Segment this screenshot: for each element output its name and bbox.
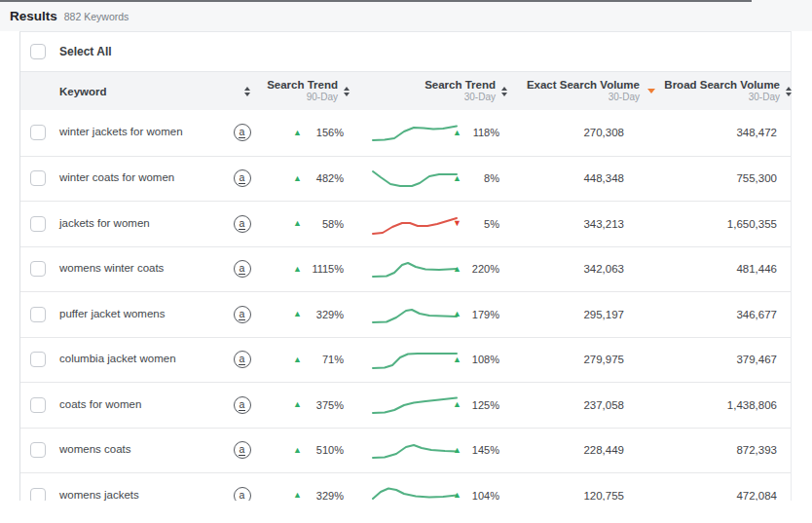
select-all-checkbox[interactable]	[30, 44, 46, 59]
exact-search-volume-value: 448,348	[507, 172, 659, 184]
amazon-a-letter: a	[239, 490, 246, 501]
exact-search-volume-value: 343,213	[507, 218, 659, 230]
sort-icon-keyword[interactable]	[244, 87, 250, 96]
row-checkbox[interactable]	[30, 397, 46, 413]
keyword-text[interactable]: winter coats for women	[59, 169, 220, 187]
broad-search-volume-value: 1,650,355	[659, 218, 792, 230]
trend-90-value: 375%	[302, 399, 350, 411]
trend-30-value: 179%	[461, 309, 507, 320]
table-row: womens jackets a ▲ 329% ▲ 104% 120,755 4…	[20, 472, 791, 501]
amazon-a-icon[interactable]: a	[234, 487, 251, 501]
sparkline-cell	[350, 482, 449, 501]
search-trend-90-label: Search Trend 90-Day	[267, 78, 338, 104]
trend-30-arrow-icon: ▲	[453, 265, 461, 274]
trend-30-value: 8%	[461, 172, 507, 184]
row-checkbox[interactable]	[30, 307, 46, 322]
row-checkbox[interactable]	[30, 125, 46, 140]
keyword-text[interactable]: jackets for women	[59, 215, 220, 233]
broad-search-volume-value: 346,677	[659, 309, 792, 320]
trend-30-value: 5%	[461, 218, 507, 230]
exact-search-volume-value: 228,449	[507, 444, 659, 456]
search-trend-sparkline	[371, 255, 459, 282]
keyword-text[interactable]: womens jackets	[59, 487, 220, 501]
row-checkbox-cell	[20, 352, 59, 367]
keyword-column-label: Keyword	[59, 86, 107, 97]
row-checkbox[interactable]	[30, 488, 46, 501]
row-checkbox-cell	[20, 397, 59, 413]
trend-90-cell: ▲ 510%	[264, 429, 350, 473]
amazon-a-icon[interactable]: a	[234, 124, 251, 141]
keyword-text[interactable]: columbia jacket women	[59, 351, 220, 368]
trend-90-value: 329%	[302, 490, 350, 501]
table-row: winter coats for women a ▲ 482% ▲ 8% 448…	[20, 156, 791, 202]
amazon-a-icon[interactable]: a	[234, 396, 251, 414]
trend-30-arrow-icon: ▲	[453, 355, 461, 364]
trend-90-arrow-icon: ▲	[293, 129, 302, 137]
header-checkbox-spacer	[20, 72, 59, 110]
sparkline-cell	[350, 436, 449, 464]
sparkline-cell	[350, 346, 449, 373]
search-trend-sparkline	[371, 210, 459, 238]
exact-search-volume-value: 295,197	[507, 309, 659, 320]
keyword-text[interactable]: womens coats	[59, 441, 220, 459]
keyword-text[interactable]: puffer jacket womens	[59, 306, 220, 323]
sparkline-cell	[350, 255, 449, 282]
trend-90-value: 510%	[302, 444, 350, 456]
trend-30-cell: ▼ 5%	[449, 202, 507, 246]
header-search-trend-90[interactable]: Search Trend 90-Day	[264, 72, 350, 110]
keyword-text[interactable]: womens winter coats	[59, 260, 220, 278]
amazon-a-letter: a	[239, 399, 246, 411]
header-keyword[interactable]: Keyword	[59, 72, 264, 110]
exact-search-volume-value: 237,058	[507, 399, 659, 411]
sort-desc-active-icon[interactable]	[647, 89, 655, 93]
trend-90-arrow-icon: ▲	[293, 265, 302, 274]
sparkline-cell	[350, 165, 449, 192]
keyword-text[interactable]: coats for women	[59, 396, 220, 414]
select-all-label: Select All	[59, 45, 112, 58]
trend-30-arrow-icon: ▲	[453, 174, 461, 183]
row-checkbox[interactable]	[30, 216, 46, 232]
trend-90-value: 71%	[302, 354, 350, 365]
sparkline-cell	[350, 119, 449, 146]
table-row: jackets for women a ▲ 58% ▼ 5% 343,213 1…	[20, 201, 791, 246]
amazon-a-letter: a	[239, 127, 246, 138]
trend-90-value: 58%	[302, 218, 350, 230]
amazon-a-icon[interactable]: a	[234, 306, 251, 323]
top-divider	[0, 0, 752, 2]
trend-90-arrow-icon: ▲	[293, 446, 302, 455]
sparkline-cell	[350, 210, 449, 238]
row-checkbox[interactable]	[30, 261, 46, 277]
broad-search-volume-value: 472,084	[659, 490, 792, 501]
header-broad-search-volume[interactable]: Broad Search Volume 30-Day	[659, 72, 792, 110]
amazon-a-icon[interactable]: a	[234, 215, 251, 233]
row-checkbox[interactable]	[30, 170, 46, 186]
amazon-a-icon[interactable]: a	[234, 441, 251, 459]
header-search-trend-30[interactable]: Search Trend 30-Day	[350, 72, 507, 110]
amazon-a-letter: a	[239, 309, 246, 320]
amazon-a-letter: a	[239, 354, 246, 365]
trend-30-arrow-icon: ▲	[453, 310, 461, 318]
broad-search-volume-value: 1,438,806	[659, 399, 792, 411]
row-checkbox-cell	[20, 170, 59, 186]
amazon-a-icon[interactable]: a	[234, 260, 251, 278]
row-checkbox[interactable]	[30, 352, 46, 367]
exact-search-volume-value: 270,308	[507, 127, 659, 138]
trend-30-value: 145%	[461, 444, 507, 456]
results-bar: Results 882 Keywords	[10, 9, 129, 23]
trend-90-value: 482%	[302, 172, 350, 184]
sort-icon-broad-volume[interactable]	[786, 87, 792, 96]
row-checkbox-cell	[20, 125, 59, 140]
keyword-text[interactable]: winter jackets for women	[59, 124, 220, 141]
amazon-a-letter: a	[239, 172, 246, 184]
trend-90-arrow-icon: ▲	[293, 400, 302, 409]
header-exact-search-volume[interactable]: Exact Search Volume 30-Day	[507, 72, 659, 110]
trend-30-arrow-icon: ▲	[453, 491, 461, 500]
trend-90-cell: ▲ 375%	[264, 383, 350, 428]
row-checkbox[interactable]	[30, 442, 46, 458]
amazon-a-letter: a	[239, 218, 246, 230]
trend-30-cell: ▲ 125%	[449, 383, 507, 428]
amazon-a-icon[interactable]: a	[234, 169, 251, 187]
exact-search-volume-value: 279,975	[507, 354, 659, 365]
amazon-a-icon[interactable]: a	[234, 351, 251, 368]
trend-30-arrow-icon: ▲	[453, 129, 461, 137]
